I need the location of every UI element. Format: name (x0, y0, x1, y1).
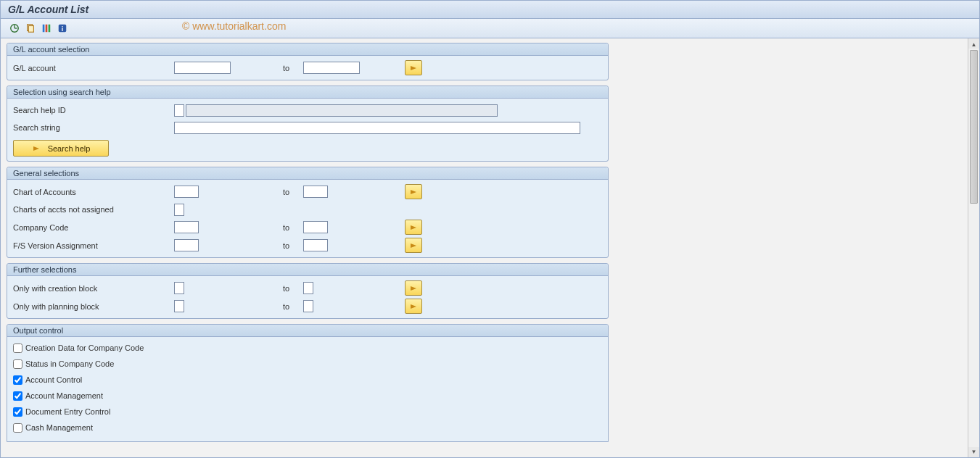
planning-block-label: Only with planning block (13, 302, 174, 311)
fs-version-from-input[interactable] (174, 239, 199, 251)
search-string-input[interactable] (174, 122, 580, 134)
charts-not-assigned-label: Charts of accts not assigned (13, 205, 174, 214)
svg-marker-15 (411, 286, 416, 291)
group-header: G/L account selection (7, 43, 608, 56)
group-search-help: Selection using search help Search help … (7, 86, 609, 162)
output-checkbox-row: Cash Management (13, 421, 602, 434)
fs-version-to-input[interactable] (303, 239, 328, 251)
scrollbar-up-arrow-icon[interactable]: ▲ (970, 40, 979, 49)
svg-rect-5 (43, 25, 45, 33)
scrollbar-down-arrow-icon[interactable]: ▼ (970, 447, 979, 456)
to-label: to (283, 188, 303, 196)
page-title: G/L Account List (8, 4, 88, 15)
search-help-id-code-input[interactable] (174, 104, 184, 117)
to-label: to (283, 284, 303, 293)
output-checkbox[interactable] (13, 375, 22, 385)
gl-account-from-input[interactable] (174, 62, 231, 74)
output-checkbox[interactable] (13, 359, 22, 369)
gl-account-to-input[interactable] (303, 62, 360, 74)
group-gl-account-selection: G/L account selection G/L account to (7, 43, 609, 80)
group-header: Further selections (7, 264, 608, 276)
to-label: to (283, 241, 303, 250)
toolbar: i © www.tutorialkart.com (1, 19, 979, 38)
multi-select-button[interactable] (405, 238, 422, 253)
multi-select-button[interactable] (405, 220, 422, 235)
search-help-id-desc-input[interactable] (186, 104, 498, 117)
svg-text:i: i (62, 25, 63, 33)
search-help-id-label: Search help ID (13, 106, 174, 114)
scrollbar-track[interactable] (968, 49, 979, 447)
vertical-scrollbar[interactable]: ▲ ▼ (968, 38, 979, 457)
svg-rect-6 (46, 25, 48, 33)
group-header: Selection using search help (7, 86, 608, 99)
fs-version-label: F/S Version Assignment (13, 241, 174, 250)
group-header: Output control (7, 325, 608, 337)
svg-marker-10 (411, 66, 416, 70)
output-checkbox-label: Status in Company Code (25, 359, 114, 368)
info-icon[interactable]: i (56, 22, 69, 35)
variant-icon[interactable] (24, 22, 37, 35)
output-checkbox-row: Creation Data for Company Code (13, 341, 602, 354)
chart-of-accounts-to-input[interactable] (303, 186, 328, 198)
output-checkbox[interactable] (13, 423, 22, 433)
watermark: © www.tutorialkart.com (182, 20, 286, 32)
execute-icon[interactable] (8, 22, 21, 35)
svg-marker-14 (411, 243, 416, 248)
company-code-label: Company Code (13, 223, 174, 232)
svg-rect-7 (49, 25, 51, 33)
chart-of-accounts-from-input[interactable] (174, 186, 199, 198)
svg-marker-11 (33, 146, 39, 151)
output-checkbox[interactable] (13, 344, 22, 353)
creation-block-to-input[interactable] (303, 282, 313, 294)
titlebar: G/L Account List (1, 1, 979, 19)
output-checkbox-label: Account Management (25, 391, 103, 400)
creation-block-label: Only with creation block (13, 284, 174, 293)
company-code-to-input[interactable] (303, 221, 328, 233)
company-code-from-input[interactable] (174, 221, 199, 233)
output-checkbox-row: Document Entry Control (13, 405, 602, 418)
search-help-button[interactable]: Search help (13, 140, 109, 157)
svg-marker-16 (411, 304, 416, 309)
search-help-button-label: Search help (48, 144, 91, 153)
to-label: to (283, 64, 303, 72)
output-checkbox-row: Status in Company Code (13, 357, 602, 370)
multi-select-button[interactable] (405, 280, 422, 296)
output-checkbox-row: Account Control (13, 373, 602, 386)
output-checkbox[interactable] (13, 407, 22, 417)
multi-select-button[interactable] (405, 184, 422, 199)
group-general-selections: General selections Chart of Accounts to … (7, 167, 609, 258)
output-checkbox[interactable] (13, 391, 22, 401)
app-window: G/L Account List i © www.tutorialkart.co… (0, 0, 980, 458)
gl-account-label: G/L account (13, 64, 174, 72)
output-checkbox-row: Account Management (13, 389, 602, 402)
to-label: to (283, 223, 303, 232)
output-checkbox-label: Document Entry Control (25, 407, 110, 416)
search-string-label: Search string (13, 123, 174, 132)
color-bars-icon[interactable] (40, 22, 53, 35)
planning-block-from-input[interactable] (174, 300, 184, 312)
planning-block-to-input[interactable] (303, 300, 313, 312)
multi-select-button[interactable] (405, 299, 422, 314)
svg-marker-13 (411, 225, 416, 230)
content-wrap: G/L account selection G/L account to Se (1, 38, 979, 457)
group-output-control: Output control Creation Data for Company… (7, 324, 609, 442)
svg-rect-4 (28, 26, 33, 33)
creation-block-from-input[interactable] (174, 282, 184, 294)
output-checkbox-label: Cash Management (25, 423, 93, 432)
content: G/L account selection G/L account to Se (1, 38, 968, 457)
output-checkbox-label: Account Control (25, 375, 82, 384)
output-checkbox-label: Creation Data for Company Code (25, 344, 144, 352)
group-further-selections: Further selections Only with creation bl… (7, 263, 609, 319)
svg-marker-12 (411, 190, 416, 194)
scrollbar-thumb[interactable] (970, 50, 978, 204)
charts-not-assigned-input[interactable] (174, 204, 184, 216)
chart-of-accounts-label: Chart of Accounts (13, 188, 174, 196)
to-label: to (283, 302, 303, 311)
group-header: General selections (7, 167, 608, 180)
multi-select-button[interactable] (405, 60, 422, 75)
